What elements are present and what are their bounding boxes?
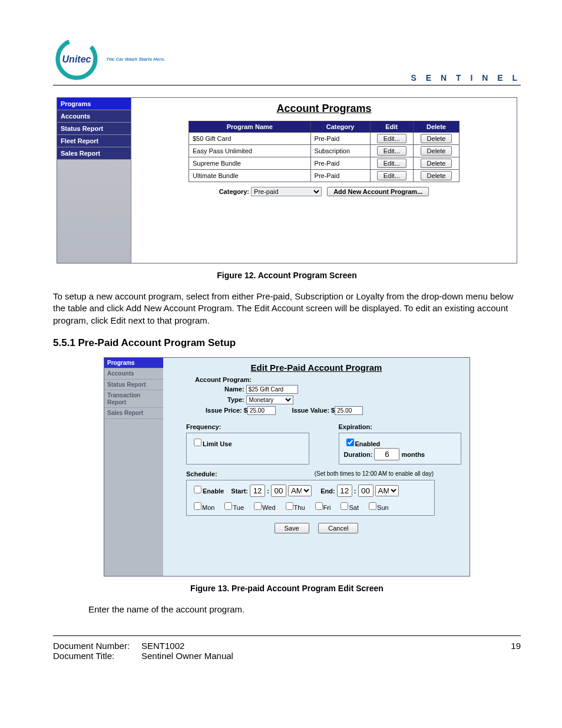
edit-button[interactable]: Edit... [377, 146, 406, 156]
save-button[interactable]: Save [275, 523, 309, 533]
duration-field[interactable] [374, 448, 399, 460]
start-ampm-select[interactable]: AM [288, 485, 312, 496]
end-ampm-select[interactable]: AM [375, 485, 399, 496]
svg-text:Unitec: Unitec [62, 54, 91, 64]
day-sat[interactable]: Sat [338, 504, 359, 511]
paragraph-2: Enter the name of the account program. [88, 604, 521, 615]
day-tue[interactable]: Tue [222, 504, 244, 511]
add-account-program-button[interactable]: Add New Account Program... [327, 187, 429, 196]
schedule-title: Schedule: [186, 470, 217, 477]
section-heading: 5.5.1 Pre-Paid Account Program Setup [53, 337, 521, 349]
sidebar-item-accounts[interactable]: Accounts [57, 110, 131, 123]
category-select[interactable]: Pre-paid [251, 187, 322, 196]
schedule-note: (Set both times to 12:00 AM to enable al… [315, 470, 434, 477]
paragraph-1: To setup a new account program, select f… [53, 291, 521, 327]
cell-name: Ultimate Bundle [189, 170, 311, 182]
table-row: Easy Pass Unlimited Subscription Edit...… [189, 145, 459, 157]
fig13-sidebar: Programs Accounts Status Report Transact… [104, 358, 163, 576]
frequency-title: Frequency: [186, 423, 309, 430]
delete-button[interactable]: Delete [421, 146, 452, 156]
day-fri[interactable]: Fri [313, 504, 331, 511]
cell-name: Easy Pass Unlimited [189, 145, 311, 157]
col-program-name: Program Name [189, 121, 311, 133]
page-number: 19 [511, 641, 521, 661]
start-label: Start: [231, 487, 248, 495]
cell-name: $50 Gift Card [189, 133, 311, 145]
issue-price-field[interactable] [247, 406, 276, 415]
delete-button[interactable]: Delete [421, 134, 452, 143]
issue-value-label: Issue Value: $ [292, 407, 335, 414]
docnum-value: SENT1002 [141, 641, 184, 651]
table-row: $50 Gift Card Pre-Paid Edit... Delete [189, 133, 459, 145]
expiration-title: Expiration: [339, 423, 462, 430]
col-edit: Edit [370, 121, 413, 133]
account-programs-screen: Programs Accounts Status Report Fleet Re… [57, 97, 517, 263]
edit-button[interactable]: Edit... [377, 171, 406, 180]
doctitle-label: Document Title: [53, 651, 141, 661]
col-category: Category [310, 121, 370, 133]
edit-prepaid-screen: Programs Accounts Status Report Transact… [104, 357, 470, 577]
type-select[interactable]: Monetary [246, 396, 293, 404]
panel-title: Account Programs [131, 103, 517, 115]
day-wed[interactable]: Wed [252, 504, 275, 511]
figure-13-caption: Figure 13. Pre-paid Account Program Edit… [53, 584, 521, 593]
day-mon[interactable]: Mon [191, 504, 214, 511]
sidebar-item-accounts[interactable]: Accounts [104, 368, 163, 380]
figure-12-caption: Figure 12. Account Program Screen [53, 271, 521, 280]
type-label: Type: [227, 396, 244, 403]
day-sun[interactable]: Sun [366, 504, 389, 511]
table-row: Ultimate Bundle Pre-Paid Edit... Delete [189, 170, 459, 182]
start-hour-field[interactable] [250, 485, 265, 497]
logo-tagline: The Car Wash Starts Here. [106, 57, 165, 62]
delete-button[interactable]: Delete [421, 171, 452, 180]
cell-name: Supreme Bundle [189, 157, 311, 170]
cell-category: Pre-Paid [310, 133, 370, 145]
end-label: End: [320, 487, 335, 495]
schedule-enable-checkbox[interactable]: Enable [191, 487, 224, 495]
doctitle-value: Sentinel Owner Manual [141, 651, 233, 661]
edit-button[interactable]: Edit... [377, 159, 406, 168]
cancel-button[interactable]: Cancel [318, 523, 358, 533]
cell-category: Subscription [310, 145, 370, 157]
name-field[interactable] [246, 385, 298, 394]
delete-button[interactable]: Delete [421, 159, 452, 168]
duration-unit: months [402, 451, 425, 458]
duration-label: Duration: [344, 451, 373, 458]
sidebar-item-programs[interactable]: Programs [57, 98, 131, 110]
sidebar-item-sales-report[interactable]: Sales Report [57, 147, 131, 160]
sidebar-item-sales-report[interactable]: Sales Report [104, 408, 163, 419]
sidebar-item-programs[interactable]: Programs [104, 358, 163, 369]
panel-title: Edit Pre-Paid Account Program [171, 363, 461, 373]
product-title: S E N T I N E L [411, 73, 521, 83]
expiration-enabled-checkbox[interactable]: Enabled [344, 440, 381, 447]
start-min-field[interactable] [271, 485, 286, 497]
limit-use-checkbox[interactable]: Limit Use [191, 440, 232, 447]
edit-button[interactable]: Edit... [377, 134, 406, 143]
table-row: Supreme Bundle Pre-Paid Edit... Delete [189, 157, 459, 170]
docnum-label: Document Number: [53, 641, 141, 651]
programs-table: Program Name Category Edit Delete $50 Gi… [189, 121, 459, 182]
day-thu[interactable]: Thu [283, 504, 305, 511]
sidebar-item-transaction-report[interactable]: Transaction Report [104, 390, 163, 408]
category-label: Category: [219, 188, 249, 195]
name-label: Name: [224, 386, 244, 393]
unitec-logo: Unitec [53, 35, 100, 83]
issue-value-field[interactable] [335, 406, 363, 415]
sidebar-item-fleet-report[interactable]: Fleet Report [57, 135, 131, 147]
account-program-label: Account Program: [195, 376, 461, 383]
cell-category: Pre-Paid [310, 170, 370, 182]
end-min-field[interactable] [358, 485, 373, 497]
fig12-sidebar: Programs Accounts Status Report Fleet Re… [57, 98, 131, 263]
sidebar-item-status-report[interactable]: Status Report [104, 380, 163, 391]
sidebar-item-status-report[interactable]: Status Report [57, 123, 131, 135]
issue-price-label: Issue Price: $ [206, 407, 247, 414]
cell-category: Pre-Paid [310, 157, 370, 170]
col-delete: Delete [413, 121, 459, 133]
end-hour-field[interactable] [337, 485, 352, 497]
